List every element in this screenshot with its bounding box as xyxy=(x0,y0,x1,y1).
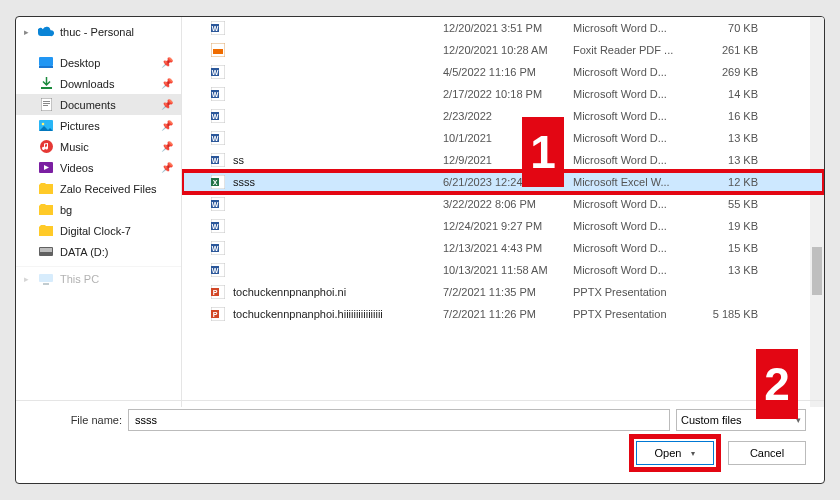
file-row[interactable]: W10/1/2021Microsoft Word D...13 KB xyxy=(182,127,824,149)
file-type: Microsoft Word D... xyxy=(573,154,703,166)
sidebar-item-zalo[interactable]: Zalo Received Files xyxy=(16,178,181,199)
file-row[interactable]: W12/13/2021 4:43 PMMicrosoft Word D...15… xyxy=(182,237,824,259)
file-row[interactable]: W2/23/2022Microsoft Word D...16 KB xyxy=(182,105,824,127)
callout-2: 2 xyxy=(756,349,798,419)
file-type: PPTX Presentation xyxy=(573,286,703,298)
file-size: 261 KB xyxy=(703,44,758,56)
svg-text:W: W xyxy=(211,69,218,76)
file-size: 13 KB xyxy=(703,264,758,276)
sidebar-item-label: DATA (D:) xyxy=(60,246,108,258)
pictures-icon xyxy=(38,118,54,134)
svg-text:W: W xyxy=(211,267,218,274)
svg-rect-0 xyxy=(39,57,53,66)
svg-rect-2 xyxy=(41,98,52,111)
word-file-icon: W xyxy=(210,21,225,36)
file-type: Microsoft Word D... xyxy=(573,242,703,254)
sidebar-item-downloads[interactable]: Downloads 📌 xyxy=(16,73,181,94)
cancel-button[interactable]: Cancel xyxy=(728,441,806,465)
svg-text:X: X xyxy=(212,179,217,186)
vertical-scrollbar[interactable] xyxy=(810,17,824,407)
download-icon xyxy=(38,76,54,92)
svg-text:W: W xyxy=(211,25,218,32)
file-size: 19 KB xyxy=(703,220,758,232)
scroll-thumb[interactable] xyxy=(812,247,822,295)
pin-icon: 📌 xyxy=(161,57,173,68)
sidebar-item-pictures[interactable]: Pictures 📌 xyxy=(16,115,181,136)
file-type: Microsoft Word D... xyxy=(573,88,703,100)
filename-input[interactable] xyxy=(128,409,670,431)
file-name: tochuckennpnanphoi.hiiiiiiiiiiiiiiii xyxy=(233,308,443,320)
sidebar-item-data-d[interactable]: DATA (D:) xyxy=(16,241,181,262)
svg-text:W: W xyxy=(211,223,218,230)
sidebar-item-desktop[interactable]: Desktop 📌 xyxy=(16,52,181,73)
file-size: 16 KB xyxy=(703,110,758,122)
file-row[interactable]: W2/17/2022 10:18 PMMicrosoft Word D...14… xyxy=(182,83,824,105)
sidebar-item-label: Downloads xyxy=(60,78,114,90)
file-row[interactable]: W10/13/2021 11:58 AMMicrosoft Word D...1… xyxy=(182,259,824,281)
desktop-icon xyxy=(38,55,54,71)
file-type: PPTX Presentation xyxy=(573,308,703,320)
word-file-icon: W xyxy=(210,153,225,168)
file-name: ss xyxy=(233,154,443,166)
svg-rect-12 xyxy=(39,274,53,282)
word-file-icon: W xyxy=(210,219,225,234)
sidebar-item-digital-clock[interactable]: Digital Clock-7 xyxy=(16,220,181,241)
file-size: 55 KB xyxy=(703,198,758,210)
file-open-dialog: ▸ thuc - Personal Desktop 📌 Downloads 📌 xyxy=(15,16,825,484)
word-file-icon: W xyxy=(210,263,225,278)
file-row[interactable]: 12/20/2021 10:28 AMFoxit Reader PDF ...2… xyxy=(182,39,824,61)
sidebar-item-bg[interactable]: bg xyxy=(16,199,181,220)
word-file-icon: W xyxy=(210,65,225,80)
pin-icon: 📌 xyxy=(161,99,173,110)
file-type: Microsoft Word D... xyxy=(573,220,703,232)
sidebar-item-label: Digital Clock-7 xyxy=(60,225,131,237)
tree-item-onedrive[interactable]: ▸ thuc - Personal xyxy=(16,21,181,42)
chevron-right-icon: ▸ xyxy=(24,27,32,37)
svg-text:P: P xyxy=(212,289,217,296)
file-row[interactable]: W3/22/2022 8:06 PMMicrosoft Word D...55 … xyxy=(182,193,824,215)
file-size: 15 KB xyxy=(703,242,758,254)
file-row[interactable]: Ptochuckennpnanphoi.ni7/2/2021 11:35 PMP… xyxy=(182,281,824,303)
sidebar-item-label: bg xyxy=(60,204,72,216)
svg-text:W: W xyxy=(211,157,218,164)
file-row[interactable]: W12/24/2021 9:27 PMMicrosoft Word D...19… xyxy=(182,215,824,237)
file-row[interactable]: Wss12/9/2021Microsoft Word D...13 KB xyxy=(182,149,824,171)
file-type: Microsoft Word D... xyxy=(573,198,703,210)
svg-rect-5 xyxy=(43,105,48,106)
dialog-footer: File name: Custom files ▾ Open ▾ Cancel xyxy=(16,403,824,467)
sidebar-item-music[interactable]: Music 📌 xyxy=(16,136,181,157)
svg-text:W: W xyxy=(211,245,218,252)
pin-icon: 📌 xyxy=(161,162,173,173)
word-file-icon: W xyxy=(210,197,225,212)
file-type: Microsoft Word D... xyxy=(573,22,703,34)
open-button[interactable]: Open ▾ xyxy=(636,441,714,465)
excel-file-icon: X xyxy=(210,175,225,190)
tree-item-this-pc[interactable]: ▸ This PC xyxy=(16,266,181,287)
chevron-right-icon: ▸ xyxy=(24,274,32,284)
file-name: ssss xyxy=(233,176,443,188)
svg-text:W: W xyxy=(211,113,218,120)
file-list[interactable]: W12/20/2021 3:51 PMMicrosoft Word D...70… xyxy=(182,17,824,407)
svg-rect-4 xyxy=(43,103,50,104)
folder-icon xyxy=(38,223,54,239)
video-icon xyxy=(38,160,54,176)
button-label: Cancel xyxy=(750,447,784,459)
file-row[interactable]: Ptochuckennpnanphoi.hiiiiiiiiiiiiiiii7/2… xyxy=(182,303,824,325)
file-row[interactable]: W12/20/2021 3:51 PMMicrosoft Word D...70… xyxy=(182,17,824,39)
sidebar-item-label: Videos xyxy=(60,162,93,174)
pdf-file-icon xyxy=(210,43,225,58)
file-date: 10/13/2021 11:58 AM xyxy=(443,264,573,276)
callout-1: 1 xyxy=(522,117,564,187)
sidebar-item-videos[interactable]: Videos 📌 xyxy=(16,157,181,178)
svg-text:P: P xyxy=(212,311,217,318)
file-date: 12/13/2021 4:43 PM xyxy=(443,242,573,254)
file-row[interactable]: W4/5/2022 11:16 PMMicrosoft Word D...269… xyxy=(182,61,824,83)
drive-icon xyxy=(38,244,54,260)
file-row[interactable]: Xssss6/21/2023 12:24 AMMicrosoft Excel W… xyxy=(182,171,824,193)
navigation-tree: ▸ thuc - Personal Desktop 📌 Downloads 📌 xyxy=(16,17,182,407)
svg-rect-13 xyxy=(43,283,49,285)
sidebar-item-documents[interactable]: Documents 📌 xyxy=(16,94,181,115)
word-file-icon: W xyxy=(210,131,225,146)
word-file-icon: W xyxy=(210,109,225,124)
pc-icon xyxy=(38,271,54,287)
